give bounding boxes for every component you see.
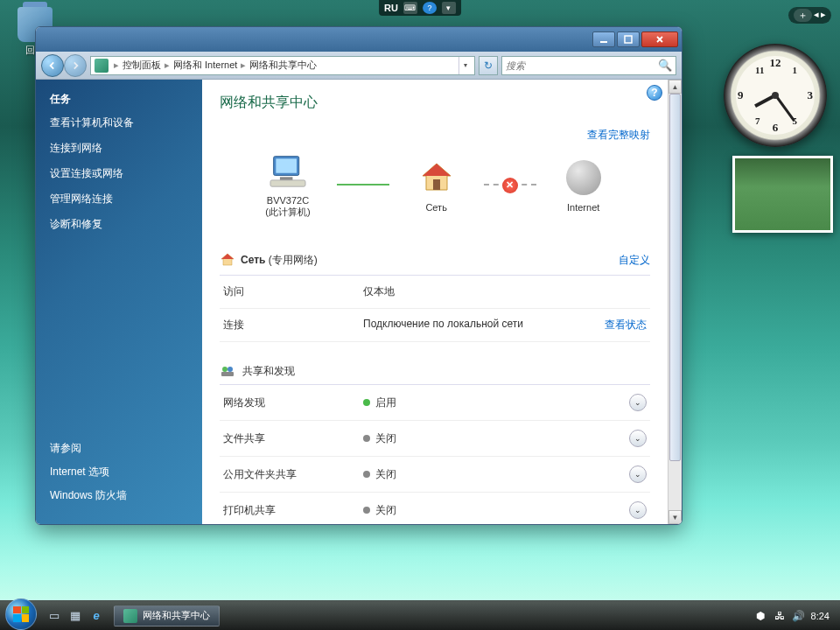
close-button[interactable] xyxy=(641,32,678,47)
language-indicator[interactable]: RU xyxy=(384,3,398,13)
minimize-button[interactable] xyxy=(592,32,615,47)
computer-icon xyxy=(269,153,307,188)
this-computer-sub: (此计算机) xyxy=(265,206,310,219)
status-dot-icon xyxy=(363,471,370,478)
forward-button[interactable] xyxy=(64,54,87,77)
control-panel-window: ▸ 控制面板 ▸ 网络和 Internet ▸ 网络和共享中心 ▾ ↻ 🔍 任务… xyxy=(35,26,682,525)
breadcrumb-root-icon[interactable] xyxy=(94,59,108,73)
view-status-link[interactable]: 查看状态 xyxy=(605,318,647,332)
svg-rect-1 xyxy=(625,36,632,43)
slideshow-gadget[interactable] xyxy=(732,156,833,233)
this-computer-name: BVV372C xyxy=(265,195,310,206)
see-also-link[interactable]: Windows 防火墙 xyxy=(50,488,188,503)
show-desktop-icon[interactable]: ▭ xyxy=(46,607,63,625)
sharing-row-label: 文件共享 xyxy=(223,431,363,446)
tray-security-icon[interactable]: ⬢ xyxy=(753,609,767,623)
breadcrumb[interactable]: ▸ 控制面板 ▸ 网络和 Internet ▸ 网络和共享中心 ▾ xyxy=(90,56,475,75)
lang-menu-icon[interactable]: ▾ xyxy=(442,2,456,14)
house-icon xyxy=(419,160,454,195)
system-tray: ⬢ 🖧 🔊 8:24 xyxy=(753,609,835,623)
sharing-row-status: 启用 xyxy=(375,396,396,410)
view-full-map-link[interactable]: 查看完整映射 xyxy=(587,129,650,141)
sharing-row-label: 公用文件夹共享 xyxy=(223,467,363,482)
connection-row: 连接 Подключение по локальной сети 查看状态 xyxy=(220,309,650,342)
sharing-row: 公用文件夹共享关闭⌄ xyxy=(220,457,650,493)
network-map: BVV372C (此计算机) Сеть ✕ xyxy=(220,150,650,219)
sharing-row: 网络发现启用⌄ xyxy=(220,385,650,421)
sidebar-task[interactable]: 查看计算机和设备 xyxy=(50,116,188,130)
svg-rect-4 xyxy=(280,177,293,180)
sharing-row: 打印机共享关闭⌄ xyxy=(220,493,650,524)
refresh-button[interactable]: ↻ xyxy=(479,56,498,75)
vertical-scrollbar[interactable]: ▲ ▼ xyxy=(668,80,682,524)
customize-link[interactable]: 自定义 xyxy=(619,253,650,268)
expand-button[interactable]: ⌄ xyxy=(629,501,647,519)
svg-point-7 xyxy=(222,367,228,372)
lang-keyboard-icon[interactable]: ⌨ xyxy=(403,2,417,14)
internet-label: Internet xyxy=(563,202,605,213)
expand-button[interactable]: ⌄ xyxy=(629,430,647,447)
search-icon[interactable]: 🔍 xyxy=(658,59,672,72)
sharing-header: 共享和发现 xyxy=(220,363,650,385)
clock-face: 12 6 9 3 1 11 5 7 xyxy=(736,56,815,135)
svg-rect-9 xyxy=(221,372,234,376)
quick-launch: ▭ ▦ e xyxy=(46,607,105,625)
gadget-next-button[interactable]: ▸ xyxy=(821,9,826,22)
sharing-row-status: 关闭 xyxy=(375,503,396,518)
sidebar-task[interactable]: 连接到网络 xyxy=(50,141,188,156)
taskbar-active-window[interactable]: 网络和共享中心 xyxy=(114,606,220,626)
lang-help-icon[interactable]: ? xyxy=(423,2,437,14)
window-titlebar[interactable] xyxy=(36,27,682,52)
breadcrumb-item[interactable]: 网络和 Internet xyxy=(173,59,237,72)
see-also-header: 请参阅 xyxy=(50,441,188,456)
svg-rect-3 xyxy=(276,158,297,172)
content-pane: ? 网络和共享中心 查看完整映射 BVV372C (此计算机) xyxy=(202,80,682,524)
language-bar: RU ⌨ ? ▾ xyxy=(379,0,461,16)
svg-rect-5 xyxy=(270,180,305,186)
taskbar-clock[interactable]: 8:24 xyxy=(811,611,830,621)
back-button[interactable] xyxy=(41,54,64,77)
svg-rect-6 xyxy=(433,179,440,190)
status-dot-icon xyxy=(363,399,370,406)
sidebar-task[interactable]: 管理网络连接 xyxy=(50,192,188,206)
sharing-row-label: 打印机共享 xyxy=(223,503,363,518)
sidebar-task[interactable]: 诊断和修复 xyxy=(50,217,188,232)
sharing-icon xyxy=(220,363,235,379)
network-node[interactable]: Сеть xyxy=(416,157,458,213)
scroll-up-button[interactable]: ▲ xyxy=(668,80,682,94)
network-section-header: Сеть (专用网络) 自定义 xyxy=(220,245,650,276)
ie-icon[interactable]: e xyxy=(88,607,105,625)
sidebar-task[interactable]: 设置连接或网络 xyxy=(50,166,188,181)
svg-point-8 xyxy=(228,367,233,372)
scroll-down-button[interactable]: ▼ xyxy=(668,510,682,524)
maximize-button[interactable] xyxy=(617,32,640,47)
window-icon xyxy=(123,609,137,623)
switch-windows-icon[interactable]: ▦ xyxy=(66,607,84,625)
breadcrumb-item[interactable]: 网络和共享中心 xyxy=(249,59,317,72)
see-also-link[interactable]: Internet 选项 xyxy=(50,465,188,480)
search-box[interactable]: 🔍 xyxy=(501,56,676,75)
scroll-thumb[interactable] xyxy=(669,94,681,461)
address-bar: ▸ 控制面板 ▸ 网络和 Internet ▸ 网络和共享中心 ▾ ↻ 🔍 xyxy=(36,52,682,80)
this-computer-node[interactable]: BVV372C (此计算机) xyxy=(265,150,310,219)
breadcrumb-item[interactable]: 控制面板 xyxy=(122,59,161,72)
expand-button[interactable]: ⌄ xyxy=(629,466,647,483)
internet-node[interactable]: Internet xyxy=(563,157,605,213)
add-gadget-button[interactable]: ＋ xyxy=(794,9,812,22)
house-icon xyxy=(220,252,235,268)
tray-volume-icon[interactable]: 🔊 xyxy=(792,609,806,623)
search-input[interactable] xyxy=(506,60,658,71)
start-button[interactable] xyxy=(5,598,37,630)
expand-button[interactable]: ⌄ xyxy=(629,394,647,411)
gadget-controls: ＋ ◂ ▸ xyxy=(788,7,831,24)
tray-network-icon[interactable]: 🖧 xyxy=(773,609,787,623)
access-row: 访问 仅本地 xyxy=(220,276,650,309)
sharing-row-status: 关闭 xyxy=(375,431,396,446)
connection-line-broken: ✕ xyxy=(484,184,536,186)
connection-line-ok xyxy=(337,184,389,186)
gadget-prev-button[interactable]: ◂ xyxy=(814,9,819,22)
sharing-row-label: 网络发现 xyxy=(223,396,363,410)
breadcrumb-dropdown[interactable]: ▾ xyxy=(458,57,471,74)
network-name: Сеть xyxy=(416,202,458,213)
clock-gadget[interactable]: 12 6 9 3 1 11 5 7 xyxy=(724,44,827,147)
